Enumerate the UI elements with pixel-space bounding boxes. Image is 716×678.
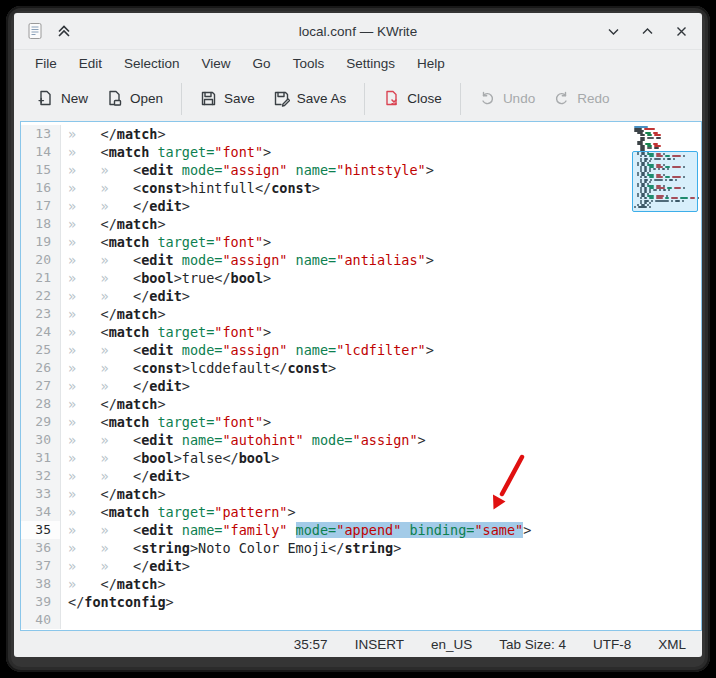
code-line[interactable]: »</match> (61, 215, 166, 233)
code-line[interactable]: »»<bool>false</bool> (61, 449, 279, 467)
line-number[interactable]: 31 (21, 449, 61, 467)
open-button[interactable]: Open (97, 84, 172, 113)
code-line[interactable]: »<match target="pattern"> (61, 503, 296, 521)
line-number[interactable]: 18 (21, 215, 61, 233)
line-number[interactable]: 29 (21, 413, 61, 431)
menu-view[interactable]: View (191, 53, 242, 74)
status-tab-size[interactable]: Tab Size: 4 (499, 637, 566, 652)
line-number[interactable]: 15 (21, 161, 61, 179)
line-number[interactable]: 36 (21, 539, 61, 557)
line-number[interactable]: 14 (21, 143, 61, 161)
code-line[interactable]: »»</edit> (61, 197, 190, 215)
menu-edit[interactable]: Edit (68, 53, 113, 74)
editor-row: 34»<match target="pattern"> (21, 503, 701, 521)
menu-settings[interactable]: Settings (335, 53, 406, 74)
status-input-mode[interactable]: INSERT (355, 637, 404, 652)
editor-row: 19»<match target="font"> (21, 233, 701, 251)
menu-selection[interactable]: Selection (113, 53, 191, 74)
code-line[interactable]: »<match target="font"> (61, 143, 271, 161)
code-line[interactable]: »»<edit name="family" mode="append" bind… (61, 521, 531, 539)
code-line[interactable]: »»</edit> (61, 377, 190, 395)
code-line[interactable]: »<match target="font"> (61, 413, 271, 431)
line-number[interactable]: 24 (21, 323, 61, 341)
new-button[interactable]: New (28, 84, 97, 113)
line-number[interactable]: 34 (21, 503, 61, 521)
minimize-button[interactable] (604, 22, 622, 40)
code-line[interactable]: »</match> (61, 395, 166, 413)
line-number[interactable]: 27 (21, 377, 61, 395)
code-line[interactable]: »»</edit> (61, 557, 190, 575)
editor-row: 30»»<edit name="autohint" mode="assign"> (21, 431, 701, 449)
code-line[interactable]: »</match> (61, 125, 166, 143)
code-line[interactable]: »<match target="font"> (61, 233, 271, 251)
minimap-scrollbar[interactable] (634, 126, 698, 246)
line-number[interactable]: 21 (21, 269, 61, 287)
tab-marker: » (68, 179, 101, 197)
line-number[interactable]: 35 (21, 521, 61, 539)
maximize-button[interactable] (638, 22, 656, 40)
line-number[interactable]: 16 (21, 179, 61, 197)
code-line[interactable]: »»<edit mode="assign" name="hintstyle"> (61, 161, 434, 179)
line-number[interactable]: 26 (21, 359, 61, 377)
line-number[interactable]: 30 (21, 431, 61, 449)
code-line[interactable]: »»<edit mode="assign" name="antialias"> (61, 251, 434, 269)
line-number[interactable]: 25 (21, 341, 61, 359)
status-encoding[interactable]: UTF-8 (593, 637, 631, 652)
line-number[interactable]: 39 (21, 593, 61, 611)
code-line[interactable]: »»</edit> (61, 467, 190, 485)
status-cursor-position[interactable]: 35:57 (294, 637, 328, 652)
redo-button[interactable]: Redo (544, 84, 618, 113)
line-number[interactable]: 22 (21, 287, 61, 305)
status-syntax-mode[interactable]: XML (658, 637, 686, 652)
code-line[interactable]: »»<string>Noto Color Emoji</string> (61, 539, 401, 557)
line-number[interactable]: 23 (21, 305, 61, 323)
menu-file[interactable]: File (24, 53, 68, 74)
save-button[interactable]: Save (191, 84, 264, 113)
code-line[interactable]: »»<edit name="autohint" mode="assign"> (61, 431, 426, 449)
line-number[interactable]: 17 (21, 197, 61, 215)
line-number[interactable]: 20 (21, 251, 61, 269)
code-line[interactable]: »</match> (61, 305, 166, 323)
close-button[interactable] (672, 22, 690, 40)
tab-marker: » (68, 449, 101, 467)
line-number[interactable]: 38 (21, 575, 61, 593)
editor-row: 20»»<edit mode="assign" name="antialias"… (21, 251, 701, 269)
status-dictionary[interactable]: en_US (431, 637, 472, 652)
undo-button[interactable]: Undo (470, 84, 544, 113)
line-number[interactable]: 33 (21, 485, 61, 503)
tab-marker: » (101, 557, 134, 575)
code-line[interactable]: »»<const>hintfull</const> (61, 179, 320, 197)
code-line[interactable]: »</match> (61, 575, 166, 593)
tab-marker: » (68, 341, 101, 359)
close-button[interactable]: Close (374, 84, 451, 113)
double-chevron-up-icon[interactable] (56, 23, 72, 39)
code-line[interactable]: »»</edit> (61, 287, 190, 305)
code-line[interactable]: »<match target="font"> (61, 323, 271, 341)
menu-help[interactable]: Help (406, 53, 456, 74)
code-line[interactable]: »»<edit mode="assign" name="lcdfilter"> (61, 341, 434, 359)
line-number[interactable]: 28 (21, 395, 61, 413)
code-line[interactable]: »»<const>lcddefault</const> (61, 359, 336, 377)
line-number[interactable]: 40 (21, 611, 61, 629)
save-as-button[interactable]: Save As (264, 84, 356, 113)
code-line[interactable]: »</match> (61, 485, 166, 503)
editor-row: 17»»</edit> (21, 197, 701, 215)
tab-marker: » (68, 323, 101, 341)
line-number[interactable]: 32 (21, 467, 61, 485)
tab-marker: » (68, 377, 101, 395)
line-number[interactable]: 37 (21, 557, 61, 575)
text-editor-area[interactable]: 13»</match>14»<match target="font">15»»<… (20, 121, 702, 631)
titlebar[interactable]: local.conf — KWrite (14, 13, 702, 50)
toolbar: NewOpenSaveSave AsCloseUndoRedo (14, 77, 702, 120)
line-number[interactable]: 13 (21, 125, 61, 143)
code-line[interactable]: </fontconfig> (61, 593, 174, 611)
editor-row: 36»»<string>Noto Color Emoji</string> (21, 539, 701, 557)
menu-tools[interactable]: Tools (282, 53, 336, 74)
minimap-viewport[interactable] (632, 151, 698, 212)
code-line[interactable] (61, 611, 68, 629)
code-line[interactable]: »»<bool>true</bool> (61, 269, 271, 287)
menu-go[interactable]: Go (242, 53, 282, 74)
tab-marker: » (68, 143, 101, 161)
line-number[interactable]: 19 (21, 233, 61, 251)
tab-marker: » (101, 377, 134, 395)
